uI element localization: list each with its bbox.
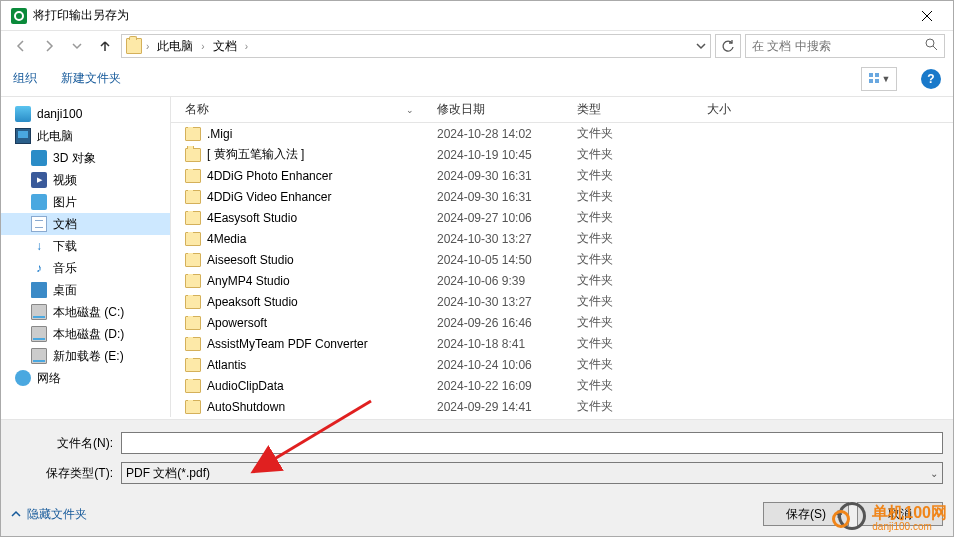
folder-icon <box>185 337 201 351</box>
file-row[interactable]: [ 黄狗五笔输入法 ]2024-10-19 10:45文件夹 <box>171 144 953 165</box>
file-date: 2024-10-30 13:27 <box>429 232 569 246</box>
chevron-down-icon[interactable] <box>696 41 706 51</box>
svg-line-3 <box>933 46 937 50</box>
tree-item-doc[interactable]: 文档 <box>1 213 170 235</box>
file-name: 4DDiG Video Enhancer <box>207 190 332 204</box>
file-date: 2024-10-28 14:02 <box>429 127 569 141</box>
folder-icon <box>185 358 201 372</box>
file-name: 4Media <box>207 232 246 246</box>
tree-item-disk[interactable]: 本地磁盘 (D:) <box>1 323 170 345</box>
folder-icon <box>185 274 201 288</box>
svg-rect-4 <box>869 73 873 77</box>
search-box[interactable] <box>745 34 945 58</box>
file-type: 文件夹 <box>569 335 699 352</box>
file-date: 2024-10-05 14:50 <box>429 253 569 267</box>
cancel-button[interactable]: 取消 <box>857 502 943 526</box>
forward-button[interactable] <box>37 34 61 58</box>
file-row[interactable]: Apowersoft2024-09-26 16:46文件夹 <box>171 312 953 333</box>
file-row[interactable]: Apeaksoft Studio2024-10-30 13:27文件夹 <box>171 291 953 312</box>
search-icon <box>925 38 938 54</box>
file-row[interactable]: AssistMyTeam PDF Converter2024-10-18 8:4… <box>171 333 953 354</box>
file-name: 4DDiG Photo Enhancer <box>207 169 332 183</box>
file-date: 2024-10-18 8:41 <box>429 337 569 351</box>
organize-button[interactable]: 组织 <box>13 70 37 87</box>
chevron-right-icon: › <box>245 41 248 52</box>
file-row[interactable]: AnyMP4 Studio2024-10-06 9:39文件夹 <box>171 270 953 291</box>
forward-icon <box>42 39 56 53</box>
help-button[interactable]: ? <box>921 69 941 89</box>
tree-item-video[interactable]: 视频 <box>1 169 170 191</box>
back-button[interactable] <box>9 34 33 58</box>
folder-icon <box>185 253 201 267</box>
file-row[interactable]: 4DDiG Photo Enhancer2024-09-30 16:31文件夹 <box>171 165 953 186</box>
folder-icon <box>185 127 201 141</box>
save-button[interactable]: 保存(S) <box>763 502 849 526</box>
filetype-select[interactable]: PDF 文档(*.pdf) ⌄ <box>121 462 943 484</box>
file-row[interactable]: .Migi2024-10-28 14:02文件夹 <box>171 123 953 144</box>
window-title: 将打印输出另存为 <box>33 7 905 24</box>
tree-item-label: 此电脑 <box>37 128 73 145</box>
filetype-label: 保存类型(T): <box>11 465 121 482</box>
folder-icon <box>185 169 201 183</box>
recent-button[interactable] <box>65 34 89 58</box>
column-size[interactable]: 大小 <box>699 97 799 122</box>
tree-item-music[interactable]: ♪音乐 <box>1 257 170 279</box>
column-type[interactable]: 类型 <box>569 97 699 122</box>
column-name[interactable]: 名称⌄ <box>171 97 429 122</box>
tree-item-label: 视频 <box>53 172 77 189</box>
column-date[interactable]: 修改日期 <box>429 97 569 122</box>
breadcrumb-item[interactable]: 文档 <box>209 36 241 57</box>
pic-icon <box>31 194 47 210</box>
file-date: 2024-10-24 10:06 <box>429 358 569 372</box>
tree-item-pc[interactable]: 此电脑 <box>1 125 170 147</box>
up-button[interactable] <box>93 34 117 58</box>
up-icon <box>98 39 112 53</box>
tree-item-disk[interactable]: 新加载卷 (E:) <box>1 345 170 367</box>
breadcrumb-item[interactable]: 此电脑 <box>153 36 197 57</box>
folder-icon <box>185 190 201 204</box>
file-type: 文件夹 <box>569 209 699 226</box>
folder-icon <box>126 38 142 54</box>
file-row[interactable]: 4DDiG Video Enhancer2024-09-30 16:31文件夹 <box>171 186 953 207</box>
new-folder-button[interactable]: 新建文件夹 <box>61 70 121 87</box>
svg-rect-5 <box>875 73 879 77</box>
close-button[interactable] <box>905 1 949 31</box>
file-row[interactable]: 4Easysoft Studio2024-09-27 10:06文件夹 <box>171 207 953 228</box>
chevron-up-icon <box>11 509 21 519</box>
refresh-button[interactable] <box>715 34 741 58</box>
file-row[interactable]: Atlantis2024-10-24 10:06文件夹 <box>171 354 953 375</box>
tree-item-3d[interactable]: 3D 对象 <box>1 147 170 169</box>
user-icon <box>15 106 31 122</box>
file-row[interactable]: Aiseesoft Studio2024-10-05 14:50文件夹 <box>171 249 953 270</box>
refresh-icon <box>721 39 735 53</box>
back-icon <box>14 39 28 53</box>
app-icon <box>11 8 27 24</box>
filename-input[interactable] <box>121 432 943 454</box>
search-input[interactable] <box>752 39 925 53</box>
hide-folders-button[interactable]: 隐藏文件夹 <box>11 506 87 523</box>
file-date: 2024-09-29 14:41 <box>429 400 569 414</box>
chevron-down-icon <box>72 41 82 51</box>
music-icon: ♪ <box>31 260 47 276</box>
file-type: 文件夹 <box>569 293 699 310</box>
file-row[interactable]: AutoShutdown2024-09-29 14:41文件夹 <box>171 396 953 417</box>
tree-item-disk[interactable]: 本地磁盘 (C:) <box>1 301 170 323</box>
3d-icon <box>31 150 47 166</box>
address-bar[interactable]: › 此电脑 › 文档 › <box>121 34 711 58</box>
svg-rect-6 <box>869 79 873 83</box>
tree-item-net[interactable]: 网络 <box>1 367 170 389</box>
doc-icon <box>31 216 47 232</box>
tree-item-desk[interactable]: 桌面 <box>1 279 170 301</box>
view-button[interactable]: ▼ <box>861 67 897 91</box>
chevron-right-icon: › <box>146 41 149 52</box>
folder-icon <box>185 316 201 330</box>
tree-item-dl[interactable]: ↓下载 <box>1 235 170 257</box>
tree-item-pic[interactable]: 图片 <box>1 191 170 213</box>
file-name: [ 黄狗五笔输入法 ] <box>207 146 304 163</box>
file-row[interactable]: AudioClipData2024-10-22 16:09文件夹 <box>171 375 953 396</box>
file-row[interactable]: 4Media2024-10-30 13:27文件夹 <box>171 228 953 249</box>
tree-item-label: 网络 <box>37 370 61 387</box>
file-date: 2024-09-30 16:31 <box>429 190 569 204</box>
navigation-tree: danji100此电脑3D 对象视频图片文档↓下载♪音乐桌面本地磁盘 (C:)本… <box>1 97 171 417</box>
tree-item-user[interactable]: danji100 <box>1 103 170 125</box>
